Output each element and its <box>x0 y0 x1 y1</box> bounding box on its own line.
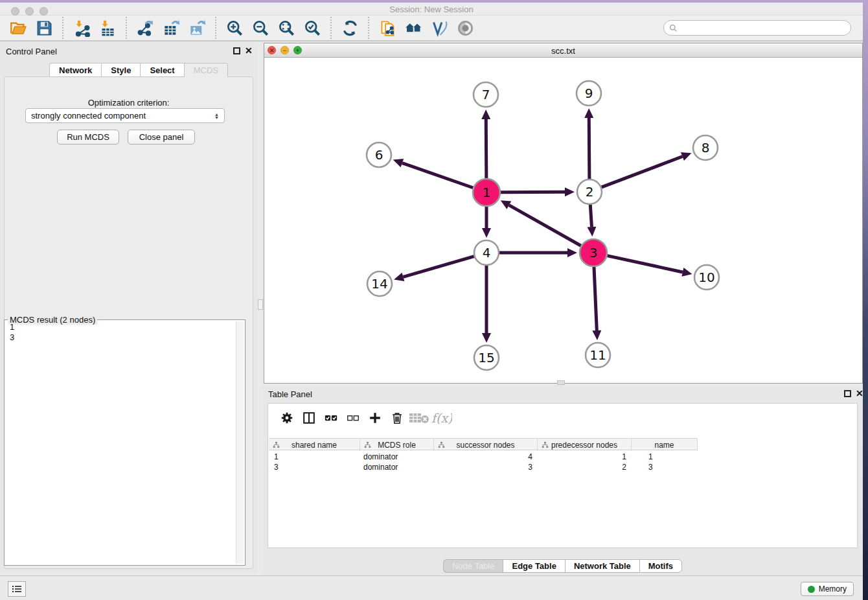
import-network-button[interactable] <box>69 17 95 39</box>
import-table-button[interactable] <box>95 17 120 39</box>
tab-style[interactable]: Style <box>101 63 140 77</box>
control-panel-title: Control Panel <box>6 47 57 56</box>
gear-button[interactable] <box>276 408 298 428</box>
horizontal-splitter-handle[interactable] <box>557 380 565 385</box>
tab-network[interactable]: Network <box>49 63 101 77</box>
arrowhead-3-11 <box>592 330 601 340</box>
table-cell[interactable]: 2 <box>538 462 632 472</box>
edge-1-6[interactable] <box>402 163 473 188</box>
graph-node-label-6: 6 <box>375 147 383 163</box>
tab-mcds[interactable]: MCDS <box>184 63 228 77</box>
network-titlebar[interactable]: ✕ − + scc.txt <box>264 43 862 58</box>
search-input[interactable] <box>678 21 851 34</box>
edge-4-14[interactable] <box>403 257 474 277</box>
edge-2-8[interactable] <box>602 156 683 187</box>
export-table-button[interactable] <box>158 17 184 39</box>
memory-label: Memory <box>819 584 847 594</box>
search-input-wrap[interactable] <box>663 20 851 36</box>
table-row[interactable]: 1dominator411 <box>269 452 698 462</box>
deselect-all-button[interactable] <box>342 408 364 428</box>
tree-icon <box>364 441 371 448</box>
import-table-icon <box>99 19 117 37</box>
mcds-result-text[interactable]: 13 <box>6 322 235 564</box>
tab-edge-table[interactable]: Edge Table <box>503 559 564 573</box>
table-cell[interactable]: 1 <box>538 452 632 462</box>
column-header-successor-nodes[interactable]: successor nodes <box>434 439 538 451</box>
optimization-dropdown[interactable]: strongly connected component ▲▼ <box>25 108 225 123</box>
table-row[interactable]: 3dominator323 <box>269 462 698 472</box>
tree-icon <box>438 441 445 448</box>
tab-network-table[interactable]: Network Table <box>565 559 639 573</box>
tree-icon <box>542 441 549 448</box>
delete-table-button[interactable] <box>408 408 430 428</box>
home-layout-icon <box>405 19 422 37</box>
delete-column-button[interactable] <box>386 408 408 428</box>
table-cell[interactable]: 3 <box>434 462 538 472</box>
table-cell[interactable]: 1 <box>632 452 698 462</box>
float-panel-icon[interactable] <box>233 47 240 54</box>
column-header-name[interactable]: name <box>632 439 698 451</box>
edge-2-3[interactable] <box>590 205 591 227</box>
vertical-splitter-handle[interactable] <box>258 299 263 310</box>
zoom-out-icon <box>252 19 269 37</box>
zoom-fit-button[interactable] <box>273 17 299 39</box>
result-scrollbar[interactable] <box>236 321 244 564</box>
table-cell[interactable]: 3 <box>632 462 698 472</box>
edge-3-10[interactable] <box>607 256 682 272</box>
arrowhead-2-9 <box>584 108 593 118</box>
open-file-button[interactable] <box>5 17 31 39</box>
function-builder-button[interactable]: f(x) <box>430 408 452 428</box>
column-header-shared-name[interactable]: shared name <box>269 439 360 451</box>
edge-1-2[interactable] <box>501 192 565 192</box>
tab-select[interactable]: Select <box>140 63 183 77</box>
network-graph-canvas[interactable]: 7968124314101511 <box>264 58 862 383</box>
clone-network-button[interactable] <box>374 17 400 39</box>
close-panel-button[interactable]: Close panel <box>128 130 195 144</box>
tab-node-table[interactable]: Node Table <box>443 559 503 573</box>
edge-1-7[interactable] <box>486 119 486 178</box>
toolbar-group <box>62 17 126 39</box>
close-panel-icon[interactable]: ✕ <box>245 45 253 56</box>
eye-button[interactable] <box>452 17 478 39</box>
status-bar: Memory <box>0 575 863 600</box>
toolbar-group <box>0 17 62 39</box>
table-cell[interactable]: 3 <box>269 462 360 472</box>
float-table-panel-icon[interactable] <box>844 390 851 397</box>
select-all-button[interactable] <box>320 408 342 428</box>
column-header-predecessor-nodes[interactable]: predecessor nodes <box>538 439 632 451</box>
tab-motifs[interactable]: Motifs <box>639 559 682 573</box>
table-panel-title: Table Panel <box>268 389 312 399</box>
delete-table-icon <box>408 410 430 426</box>
home-layout-button[interactable] <box>400 17 426 39</box>
zoom-selected-button[interactable] <box>299 17 325 39</box>
arrowhead-4-15 <box>482 333 491 343</box>
gear-icon <box>280 411 294 425</box>
vizmapper-button[interactable] <box>426 17 452 39</box>
graph-node-label-15: 15 <box>478 350 494 365</box>
run-mcds-button[interactable]: Run MCDS <box>57 130 119 144</box>
deselect-all-icon <box>346 411 360 425</box>
edge-2-9[interactable] <box>589 118 589 179</box>
table-cell[interactable]: dominator <box>360 452 434 462</box>
edge-3-11[interactable] <box>594 267 597 330</box>
task-history-button[interactable] <box>8 581 26 597</box>
add-column-button[interactable] <box>364 408 386 428</box>
table-cell[interactable]: dominator <box>360 462 434 472</box>
node-table-area: f(x) shared nameMCDS rolesuccessor nodes… <box>268 403 858 548</box>
table-cell[interactable]: 1 <box>269 452 360 462</box>
table-cell[interactable]: 4 <box>434 452 538 462</box>
memory-button[interactable]: Memory <box>801 582 854 596</box>
close-table-panel-icon[interactable]: ✕ <box>856 388 863 398</box>
edge-3-1[interactable] <box>509 205 581 246</box>
export-image-button[interactable] <box>184 17 210 39</box>
columns-button[interactable] <box>298 408 320 428</box>
tree-icon <box>273 441 280 448</box>
save-session-button[interactable] <box>31 17 57 39</box>
export-network-button[interactable] <box>132 17 158 39</box>
toolbar-group <box>215 17 330 39</box>
graph-node-label-1: 1 <box>483 185 491 200</box>
refresh-layout-button[interactable] <box>337 17 363 39</box>
zoom-in-button[interactable] <box>222 17 247 39</box>
column-header-MCDS-role[interactable]: MCDS role <box>360 439 434 451</box>
zoom-out-button[interactable] <box>247 17 273 39</box>
